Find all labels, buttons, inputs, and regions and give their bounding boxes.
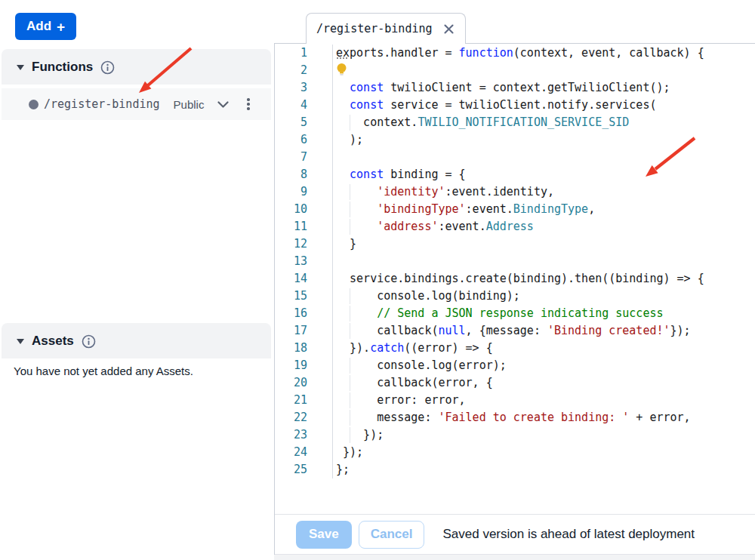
code-line-content[interactable]: // Send a JSON response indicating succe… — [333, 305, 755, 322]
code-editor[interactable]: 1exports.handler = function(context, eve… — [275, 45, 755, 478]
code-line[interactable]: 16 // Send a JSON response indicating su… — [275, 305, 755, 322]
line-number: 11 — [275, 218, 333, 235]
indent-guide — [350, 375, 350, 391]
code-line-content[interactable]: }).catch((error) => { — [333, 340, 755, 357]
line-number: 8 — [275, 166, 333, 183]
functions-editor-screen: Add + Functions /register-binding Public… — [0, 0, 755, 560]
code-token: }); — [670, 324, 691, 337]
code-token: message: — [336, 411, 438, 424]
assets-section-header[interactable]: Assets — [2, 323, 271, 358]
code-line[interactable]: 22 message: 'Failed to create binding: '… — [275, 409, 755, 426]
code-token: // Send a JSON response indicating succe… — [377, 306, 663, 320]
code-line-content[interactable]: context.TWILIO_NOTIFICATION_SERVICE_SID — [333, 114, 755, 131]
code-line[interactable]: 20 callback(error, { — [275, 374, 755, 392]
code-line-content[interactable] — [333, 62, 755, 79]
code-line-content[interactable]: service.bindings.create(binding).then((b… — [333, 270, 755, 288]
kebab-menu-icon[interactable] — [244, 95, 253, 113]
caret-down-icon[interactable] — [17, 339, 24, 344]
code-line[interactable]: 1exports.handler = function(context, eve… — [275, 45, 755, 62]
code-line[interactable]: 24 }); — [275, 444, 755, 461]
code-token: console.log(error); — [336, 358, 507, 372]
code-line-content[interactable]: 'address':event.Address — [333, 218, 755, 235]
code-line[interactable]: 3 const twilioClient = context.getTwilio… — [275, 79, 755, 97]
code-line[interactable]: 7 — [275, 149, 755, 166]
code-line-content[interactable]: ); — [333, 131, 755, 149]
line-number: 4 — [275, 97, 333, 114]
code-token: catch — [370, 341, 404, 355]
function-list-item[interactable]: /register-binding Public — [2, 88, 271, 120]
editor-tab[interactable]: /register-binding — [306, 13, 466, 44]
indent-guide — [350, 202, 350, 217]
code-line-content[interactable]: message: 'Failed to create binding: ' + … — [333, 409, 755, 426]
code-line-content[interactable]: console.log(binding); — [333, 288, 755, 305]
code-line-content[interactable]: const service = twilioClient.notify.serv… — [333, 97, 755, 114]
function-path: /register-binding — [44, 97, 160, 111]
code-line-content[interactable]: const twilioClient = context.getTwilioCl… — [333, 79, 755, 97]
code-line[interactable]: 13 — [275, 253, 755, 270]
code-line[interactable]: 25}; — [275, 461, 755, 478]
code-line[interactable]: 14 service.bindings.create(binding).then… — [275, 270, 755, 288]
code-line-content[interactable]: callback(error, { — [333, 374, 755, 392]
plus-icon: + — [57, 20, 65, 34]
code-line[interactable]: 5 context.TWILIO_NOTIFICATION_SERVICE_SI… — [275, 114, 755, 131]
code-line-content[interactable] — [333, 149, 755, 166]
code-line[interactable]: 4 const service = twilioClient.notify.se… — [275, 97, 755, 114]
code-line[interactable]: 21 error: error, — [275, 392, 755, 409]
code-line[interactable]: 18 }).catch((error) => { — [275, 340, 755, 357]
lightbulb-icon[interactable] — [336, 63, 347, 76]
code-line-content[interactable]: const binding = { — [333, 166, 755, 183]
code-token — [336, 168, 350, 181]
code-token: callback( — [336, 324, 438, 337]
code-line[interactable]: 11 'address':event.Address — [275, 218, 755, 235]
editor-tab-title: /register-binding — [316, 22, 435, 35]
code-token: console.log(binding); — [336, 289, 520, 303]
code-line-content[interactable]: }); — [333, 444, 755, 461]
code-line[interactable]: 19 console.log(error); — [275, 357, 755, 374]
code-token: service = twilioClient.notify.services( — [384, 98, 656, 112]
code-line[interactable]: 8 const binding = { — [275, 166, 755, 183]
code-line-content[interactable]: exports.handler = function(context, even… — [333, 45, 755, 62]
close-icon[interactable] — [442, 23, 455, 35]
line-number: 25 — [275, 461, 333, 478]
info-icon[interactable] — [100, 60, 115, 75]
code-token — [336, 98, 350, 112]
code-line-content[interactable]: 'identity':event.identity, — [333, 183, 755, 201]
code-line[interactable]: 17 callback(null, {message: 'Binding cre… — [275, 322, 755, 340]
code-line[interactable]: 2 — [275, 62, 755, 79]
function-visibility-label[interactable]: Public — [174, 98, 205, 111]
cancel-button[interactable]: Cancel — [359, 521, 425, 549]
line-number: 19 — [275, 357, 333, 374]
add-button[interactable]: Add + — [15, 13, 76, 40]
line-number: 2 — [275, 62, 333, 79]
code-line[interactable]: 6 ); — [275, 131, 755, 149]
panel-bottom-strip — [274, 555, 755, 560]
editor-footer: Save Cancel Saved version is ahead of la… — [275, 514, 755, 555]
code-line-content[interactable]: console.log(error); — [333, 357, 755, 374]
code-token — [336, 306, 377, 320]
caret-down-icon[interactable] — [17, 65, 24, 70]
code-line[interactable]: 23 }); — [275, 426, 755, 444]
code-line-content[interactable]: }); — [333, 426, 755, 444]
code-token: 'address' — [377, 220, 438, 233]
code-line-content[interactable]: callback(null, {message: 'Binding create… — [333, 322, 755, 340]
code-line-content[interactable] — [333, 253, 755, 270]
info-icon[interactable] — [82, 334, 96, 349]
code-token: exports — [336, 46, 384, 60]
code-token: BindingType — [513, 202, 588, 216]
functions-section-header[interactable]: Functions — [2, 49, 271, 85]
save-button[interactable]: Save — [296, 521, 352, 549]
code-token: service.bindings.create(binding).then((b… — [336, 272, 704, 285]
code-token — [336, 220, 377, 233]
code-line[interactable]: 12 } — [275, 235, 755, 253]
code-line[interactable]: 15 console.log(binding); — [275, 288, 755, 305]
code-line[interactable]: 10 'bindingType':event.BindingType, — [275, 201, 755, 218]
code-line-content[interactable]: } — [333, 235, 755, 253]
code-line-content[interactable]: error: error, — [333, 392, 755, 409]
code-line-content[interactable]: 'bindingType':event.BindingType, — [333, 201, 755, 218]
code-line-content[interactable]: }; — [333, 461, 755, 478]
line-number: 13 — [275, 253, 333, 270]
code-line[interactable]: 9 'identity':event.identity, — [275, 183, 755, 201]
line-number: 20 — [275, 374, 333, 392]
chevron-down-icon[interactable] — [217, 101, 229, 108]
line-number: 23 — [275, 426, 333, 444]
